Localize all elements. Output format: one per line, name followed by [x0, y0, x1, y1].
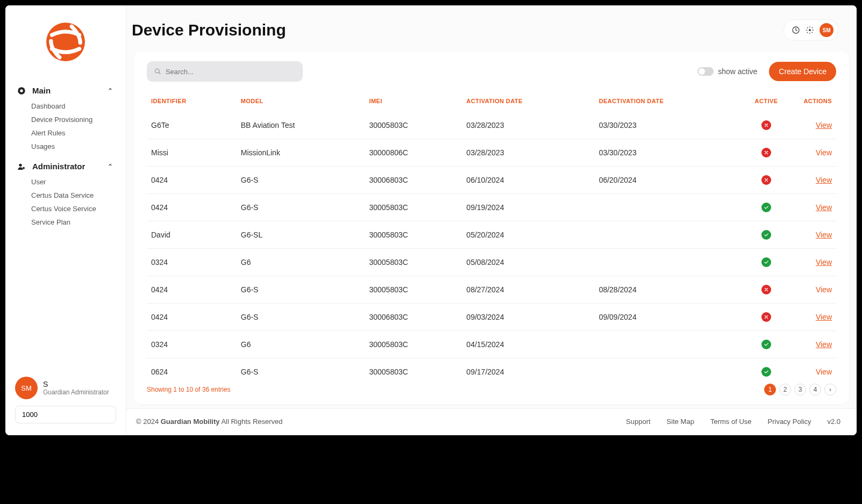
cell-deactivation — [595, 358, 745, 378]
footer-link-support[interactable]: Support — [626, 417, 651, 426]
cell-identifier: David — [147, 221, 237, 249]
gear-icon[interactable] — [806, 26, 814, 34]
cell-activation: 09/17/2024 — [462, 358, 594, 378]
view-link[interactable]: View — [816, 340, 832, 349]
content-panel: show active Create Device IDENTIFIER MOD… — [134, 52, 849, 404]
cell-deactivation: 03/30/2023 — [595, 139, 745, 167]
search-input[interactable] — [166, 68, 295, 76]
x-icon — [761, 175, 771, 185]
check-icon — [761, 367, 771, 377]
header-actions: SM — [783, 19, 838, 41]
cell-imei: 30005803C — [365, 331, 462, 358]
check-icon — [761, 203, 771, 212]
page-1[interactable]: 1 — [764, 384, 776, 395]
brand-logo — [44, 20, 87, 63]
cell-actions: View — [788, 139, 836, 167]
cell-actions: View — [788, 276, 836, 304]
footer-link-terms[interactable]: Terms of Use — [710, 417, 752, 426]
search-icon — [154, 68, 161, 75]
view-link[interactable]: View — [816, 176, 832, 184]
panel-bottom: Showing 1 to 10 of 36 entries 1234› — [134, 377, 849, 404]
cell-active — [745, 249, 788, 276]
sidebar-item-dashboard[interactable]: Dashboard — [5, 99, 126, 113]
cell-imei: 30005803C — [365, 112, 462, 139]
cell-active — [745, 276, 788, 304]
sidebar-item-alert-rules[interactable]: Alert Rules — [5, 126, 126, 140]
nav-group-admin-header[interactable]: Administrator ⌃ — [5, 157, 126, 175]
col-identifier[interactable]: IDENTIFIER — [147, 89, 237, 112]
check-icon — [761, 340, 771, 349]
view-link[interactable]: View — [816, 258, 832, 267]
cell-active — [745, 358, 788, 378]
sidebar-item-usages[interactable]: Usages — [5, 140, 126, 153]
cell-active — [745, 194, 788, 221]
col-model[interactable]: MODEL — [237, 89, 365, 112]
nav-group-main-header[interactable]: Main ⌃ — [5, 82, 126, 99]
view-link[interactable]: View — [816, 313, 832, 321]
top-header: Device Provisioning SM — [126, 5, 857, 46]
cell-model: G6-S — [237, 304, 365, 331]
table-row: G6TeBB Aviation Test30005803C03/28/20230… — [147, 112, 836, 139]
sidebar-item-user[interactable]: User — [5, 175, 126, 189]
col-imei[interactable]: IMEI — [365, 89, 462, 112]
footer-copyright-suffix: All Rights Reserved — [220, 417, 283, 426]
col-activation[interactable]: ACTIVATION DATE — [462, 89, 594, 112]
cell-deactivation: 03/30/2023 — [595, 112, 745, 139]
page-next[interactable]: › — [824, 384, 836, 395]
logo-wrap — [5, 5, 126, 74]
cell-model: G6-S — [237, 358, 365, 378]
sidebar-input[interactable] — [15, 406, 116, 423]
cell-activation: 06/10/2024 — [462, 167, 594, 194]
pager: 1234› — [764, 384, 836, 395]
page-2[interactable]: 2 — [779, 384, 791, 395]
chevron-up-icon: ⌃ — [108, 87, 113, 95]
sidebar-item-device-provisioning[interactable]: Device Provisioning — [5, 113, 126, 126]
cell-actions: View — [788, 167, 836, 194]
sidebar-item-certus-data[interactable]: Certus Data Service — [5, 189, 126, 202]
view-link[interactable]: View — [816, 121, 832, 129]
view-link[interactable]: View — [816, 203, 832, 212]
nav: Main ⌃ Dashboard Device Provisioning Ale… — [5, 74, 126, 368]
sidebar-item-service-plan[interactable]: Service Plan — [5, 215, 126, 229]
sidebar-user[interactable]: SM S Guardian Administrator — [15, 377, 116, 399]
col-deactivation[interactable]: DEACTIVATION DATE — [595, 89, 745, 112]
col-actions[interactable]: ACTIONS — [788, 89, 836, 112]
cell-imei: 30005803C — [365, 249, 462, 276]
view-link[interactable]: View — [816, 368, 832, 376]
sidebar-item-certus-voice[interactable]: Certus Voice Service — [5, 202, 126, 215]
page-3[interactable]: 3 — [794, 384, 806, 395]
col-active[interactable]: ACTIVE — [745, 89, 788, 112]
cell-deactivation: 06/20/2024 — [595, 167, 745, 194]
cell-actions: View — [788, 112, 836, 139]
header-avatar[interactable]: SM — [820, 23, 833, 37]
cell-deactivation — [595, 194, 745, 221]
cell-activation: 09/19/2024 — [462, 194, 594, 221]
svg-point-4 — [23, 167, 25, 169]
table-row: 0424G6-S30006803C06/10/202406/20/2024Vie… — [147, 167, 836, 194]
search-wrap[interactable] — [147, 61, 303, 82]
check-icon — [761, 230, 771, 240]
cell-identifier: 0424 — [147, 304, 237, 331]
table-row: 0324G630005803C04/15/2024View — [147, 331, 836, 358]
admin-icon — [17, 162, 26, 171]
page-4[interactable]: 4 — [809, 384, 821, 395]
footer-copyright-prefix: © 2024 — [136, 417, 161, 426]
toggle-label: show active — [718, 67, 757, 76]
main: Device Provisioning SM show active Creat… — [126, 5, 857, 435]
clock-icon[interactable] — [792, 26, 800, 34]
view-link[interactable]: View — [816, 148, 832, 157]
cell-activation: 05/20/2024 — [462, 221, 594, 249]
view-link[interactable]: View — [816, 285, 832, 294]
footer-version: v2.0 — [827, 417, 840, 426]
cell-active — [745, 221, 788, 249]
footer-link-privacy[interactable]: Privacy Policy — [768, 417, 811, 426]
view-link[interactable]: View — [816, 231, 832, 239]
footer-company: Guardian Mobility — [161, 417, 220, 426]
footer-link-sitemap[interactable]: Site Map — [667, 417, 694, 426]
table-row: 0624G6-S30005803C09/17/2024View — [147, 358, 836, 378]
create-device-button[interactable]: Create Device — [769, 62, 836, 81]
show-active-toggle[interactable] — [697, 67, 714, 76]
x-icon — [761, 312, 771, 322]
cell-identifier: 0424 — [147, 276, 237, 304]
cell-deactivation — [595, 331, 745, 358]
